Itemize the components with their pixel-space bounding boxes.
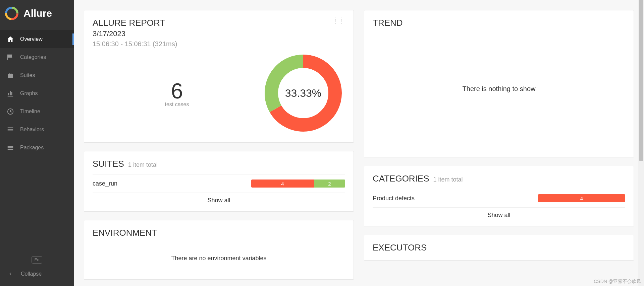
suite-fail-segment: 4 [251,180,314,188]
main-content: ALLURE REPORT 3/17/2023 15:06:30 - 15:06… [74,0,644,286]
suite-pass-segment: 2 [314,180,345,188]
scrollbar[interactable] [638,0,644,286]
nav-list: Overview Categories Suites Graphs Timeli… [0,30,74,251]
suite-name: case_run [93,180,117,187]
environment-title: ENVIRONMENT [93,228,345,238]
briefcase-icon [7,72,14,79]
flag-icon [7,54,14,61]
drag-handle-icon[interactable]: ⋮⋮⋮⋮ [333,18,345,23]
nav-item-behaviors[interactable]: Behaviors [0,121,74,139]
watermark: CSDN @亚索不会吹风 [594,279,641,285]
collapse-label: Collapse [21,271,42,277]
test-count-block: 6 test cases [93,79,261,108]
sidebar-header: Allure [0,0,74,30]
nav-item-timeline[interactable]: Timeline [0,102,74,121]
suites-title: SUITES [93,159,124,169]
donut-percentage: 33.33% [285,87,322,99]
sidebar: Allure Overview Categories Suites Graphs… [0,0,74,286]
categories-show-all[interactable]: Show all [373,207,625,219]
categories-subtitle: 1 item total [433,176,463,183]
category-row[interactable]: Product defects 4 [373,189,625,207]
scrollbar-thumb[interactable] [639,0,643,161]
test-count: 6 [93,79,261,103]
suites-subtitle: 1 item total [128,161,158,168]
environment-empty: There are no environment variables [93,238,345,272]
clock-icon [7,108,14,115]
executors-title: EXECUTORS [373,242,625,253]
nav-label: Packages [20,145,44,151]
environment-card: ENVIRONMENT There are no environment var… [84,220,354,280]
allure-logo-icon [5,7,18,20]
right-column: TREND There is nothing to show CATEGORIE… [364,10,634,286]
categories-title: CATEGORIES [373,173,429,184]
nav-item-overview[interactable]: Overview [0,30,74,48]
chevron-left-icon [7,270,14,278]
trend-title: TREND [373,18,625,28]
nav-item-graphs[interactable]: Graphs [0,84,74,102]
home-icon [7,35,14,43]
layers-icon [7,144,14,151]
suite-row[interactable]: case_run 4 2 [93,174,345,193]
suites-show-all[interactable]: Show all [93,193,345,204]
report-summary-card: ALLURE REPORT 3/17/2023 15:06:30 - 15:06… [84,10,354,143]
nav-item-suites[interactable]: Suites [0,66,74,84]
nav-label: Suites [20,72,35,78]
suite-bar: 4 2 [251,180,345,188]
nav-label: Overview [20,36,43,42]
language-selector[interactable]: En [32,256,43,264]
trend-card: TREND There is nothing to show [364,10,634,157]
brand-name: Allure [23,8,52,19]
executors-card: EXECUTORS [364,235,634,261]
nav-item-categories[interactable]: Categories [0,48,74,66]
trend-empty: There is nothing to show [373,28,625,150]
suites-card: SUITES 1 item total case_run 4 2 Show al… [84,151,354,212]
nav-label: Timeline [20,109,40,115]
bar-chart-icon [7,90,14,97]
test-count-label: test cases [93,101,261,108]
donut-chart: 33.33% [261,51,345,135]
report-date: 3/17/2023 [93,29,345,38]
categories-card: CATEGORIES 1 item total Product defects … [364,166,634,226]
report-time: 15:06:30 - 15:06:31 (321ms) [93,40,345,48]
list-icon [7,126,14,133]
sidebar-footer: En Collapse [0,251,74,286]
report-title: ALLURE REPORT [93,18,345,28]
collapse-button[interactable]: Collapse [5,267,43,281]
nav-item-packages[interactable]: Packages [0,139,74,157]
nav-label: Categories [20,54,46,60]
category-name: Product defects [373,195,415,202]
nav-label: Graphs [20,90,38,96]
left-column: ALLURE REPORT 3/17/2023 15:06:30 - 15:06… [84,10,354,286]
nav-label: Behaviors [20,127,44,133]
category-bar: 4 [538,194,625,202]
